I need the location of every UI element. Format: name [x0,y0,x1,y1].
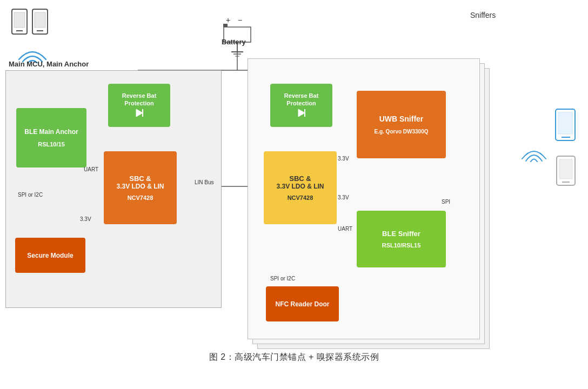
sbc-left-label1: SBC & [129,175,151,183]
spi-right-label: SPI [442,199,450,205]
spi-i2c-left-label: SPI or I2C [18,192,43,198]
v33-left-label: 3.3V [80,216,91,222]
rev-bat-right-label: Reverse Bat Protection [284,92,319,108]
sbc-right-label2: 3.3V LDO & LIN [276,183,324,191]
rev-bat-left-label: Reverse Bat Protection [122,92,157,108]
uwb-sniffer-label1: UWB Sniffer [379,115,424,123]
phone-right-2 [555,155,578,187]
spi-i2c-right-label: SPI or I2C [270,276,295,281]
caption: 图 2：高级汽车门禁锚点 + 嗅探器系统示例 [0,352,588,363]
battery-label: Battery [222,38,246,46]
ble-main-anchor-label: BLE Main Anchor [24,128,78,137]
sbc-left-label3: NCV7428 [128,194,153,201]
svg-marker-48 [298,109,305,117]
uart-right-label: UART [338,226,352,232]
battery-area: Battery [224,8,246,46]
nfc-reader-label: NFC Reader Door [275,300,329,308]
secure-module-block: Secure Module [15,238,85,273]
phone-icons-left [11,8,51,38]
sbc-left-block: SBC & 3.3V LDO & LIN NCV7428 [104,151,177,224]
ble-sniffer-label1: BLE Sniffer [382,230,420,238]
lin-bus-label: LIN Bus [195,179,214,185]
ble-main-anchor-block: BLE Main Anchor RSL10/15 [16,108,86,167]
ble-sniffer-label2: RSL10/RSL15 [382,242,421,249]
uwb-sniffer-block: UWB Sniffer E.g. Qorvo DW3300Q [357,91,446,158]
rev-bat-right-block: Reverse Bat Protection [270,84,332,127]
wifi-signal-right [520,139,547,164]
nfc-reader-block: NFC Reader Door [266,286,339,321]
sbc-left-label2: 3.3V LDO & LIN [116,183,164,191]
ble-main-anchor-sub: RSL10/15 [38,141,65,147]
phones-top-left [11,8,51,38]
sniffers-label: Sniffers [470,11,502,19]
svg-rect-44 [35,12,45,28]
phones-right [554,108,578,187]
rev-bat-left-block: Reverse Bat Protection [108,84,170,127]
phone-right-1 [554,108,578,143]
uart-left-label: UART [84,166,98,172]
svg-marker-46 [136,109,143,117]
sbc-right-block: SBC & 3.3V LDO & LIN NCV7428 [264,151,337,224]
sbc-right-label3: NCV7428 [288,194,313,201]
v33-right-label: 3.3V [338,156,349,162]
svg-rect-54 [559,159,572,179]
svg-rect-51 [558,112,572,134]
secure-module-label: Secure Module [27,252,73,259]
uwb-sniffer-label2: E.g. Qorvo DW3300Q [374,129,428,135]
sbc-right-label1: SBC & [289,175,311,183]
diagram-container: + − [0,0,588,367]
svg-rect-41 [14,12,25,28]
ble-sniffer-block: BLE Sniffer RSL10/RSL15 [357,211,446,267]
main-mcu-label: Main MCU, Main Anchor [9,60,89,68]
v33-right2-label: 3.3V [338,194,349,200]
